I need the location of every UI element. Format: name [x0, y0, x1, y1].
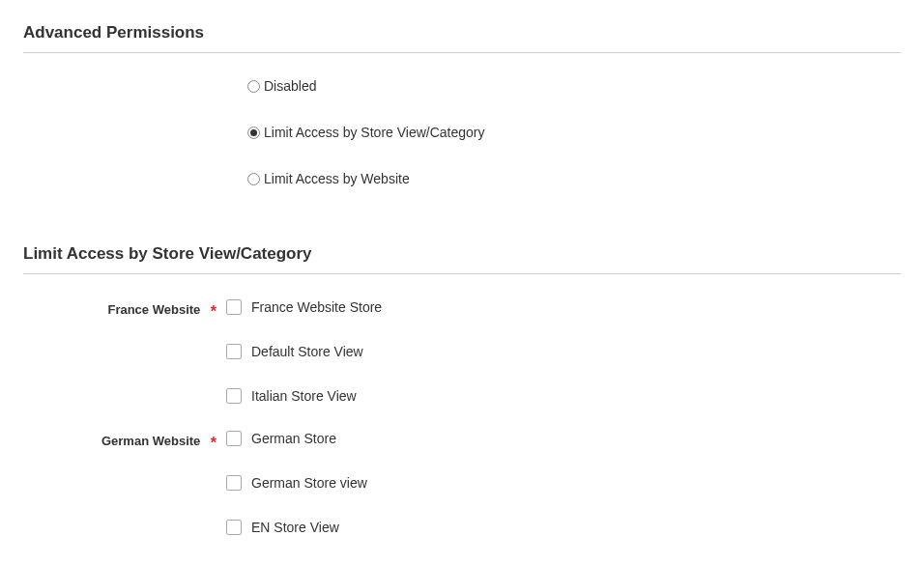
checkbox-row-france-website-store: France Website Store	[226, 299, 382, 315]
checkbox-row-german-store: German Store	[226, 431, 367, 446]
radio-label-limit-website[interactable]: Limit Access by Website	[264, 171, 410, 186]
radio-label-limit-store[interactable]: Limit Access by Store View/Category	[264, 125, 485, 140]
checkbox-german-store[interactable]	[226, 431, 242, 446]
radio-label-disabled[interactable]: Disabled	[264, 78, 316, 94]
field-label-col: German Website *	[23, 431, 217, 449]
permission-radio-group: Disabled Limit Access by Store View/Cate…	[23, 78, 901, 186]
checkbox-label-en-store-view[interactable]: EN Store View	[251, 520, 339, 535]
field-group-france: France Website * France Website Store De…	[23, 299, 901, 404]
field-controls-col: German Store German Store view EN Store …	[217, 431, 367, 535]
radio-row-limit-website: Limit Access by Website	[247, 171, 901, 186]
checkbox-row-italian-store-view: Italian Store View	[226, 388, 382, 404]
field-group-german: German Website * German Store German Sto…	[23, 431, 901, 535]
radio-row-disabled: Disabled	[247, 78, 901, 94]
required-star-icon: *	[211, 435, 217, 451]
field-controls-col: France Website Store Default Store View …	[217, 299, 382, 404]
radio-limit-website[interactable]	[247, 173, 260, 185]
section-title-limit-access: Limit Access by Store View/Category	[23, 244, 901, 264]
checkbox-row-default-store-view: Default Store View	[226, 344, 382, 359]
checkbox-italian-store-view[interactable]	[226, 388, 242, 404]
required-star-icon: *	[211, 303, 217, 320]
radio-row-limit-store: Limit Access by Store View/Category	[247, 125, 901, 140]
checkbox-label-german-store[interactable]: German Store	[251, 431, 336, 446]
checkbox-label-france-website-store[interactable]: France Website Store	[251, 299, 382, 315]
checkbox-row-german-store-view: German Store view	[226, 475, 367, 491]
checkbox-label-german-store-view[interactable]: German Store view	[251, 475, 367, 491]
checkbox-label-italian-store-view[interactable]: Italian Store View	[251, 388, 357, 404]
field-label-col: France Website *	[23, 299, 217, 318]
radio-limit-store[interactable]	[247, 127, 260, 139]
checkbox-german-store-view[interactable]	[226, 475, 242, 491]
checkbox-label-default-store-view[interactable]: Default Store View	[251, 344, 363, 359]
section-divider	[23, 273, 901, 274]
section-divider	[23, 52, 901, 53]
field-label-france: France Website	[107, 302, 200, 317]
section-title-advanced-permissions: Advanced Permissions	[23, 23, 901, 42]
radio-disabled[interactable]	[247, 80, 260, 93]
checkbox-default-store-view[interactable]	[226, 344, 242, 359]
checkbox-row-en-store-view: EN Store View	[226, 520, 367, 535]
checkbox-france-website-store[interactable]	[226, 299, 242, 315]
checkbox-en-store-view[interactable]	[226, 520, 242, 535]
field-label-german: German Website	[101, 434, 200, 448]
